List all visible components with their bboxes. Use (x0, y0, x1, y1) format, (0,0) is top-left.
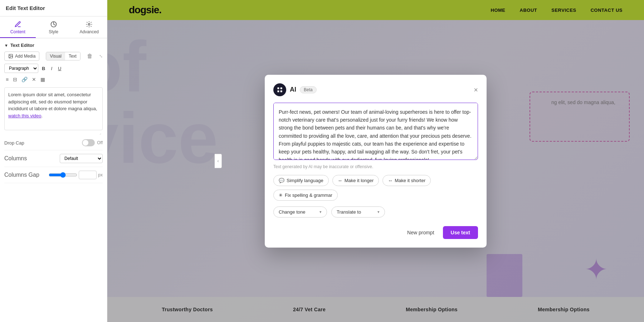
gap-input-group: px (49, 171, 103, 179)
tab-content[interactable]: Content (0, 16, 36, 38)
tab-advanced-label: Advanced (79, 29, 98, 34)
panel-tabs: Content Style Advanced (0, 16, 107, 38)
longer-label: Make it longer (345, 178, 374, 183)
translate-label: Translate to (337, 209, 361, 215)
translate-chevron-icon: ▾ (377, 210, 380, 214)
tab-content-label: Content (10, 29, 25, 34)
svg-point-3 (10, 55, 10, 56)
gap-unit: px (98, 172, 103, 177)
columns-label: Columns (4, 155, 27, 162)
underline-button[interactable]: U (56, 64, 63, 73)
editor-link[interactable]: watch this video (8, 113, 42, 118)
gap-slider[interactable] (49, 172, 77, 178)
columns-row: Columns Default (4, 150, 103, 167)
use-text-button[interactable]: Use text (443, 226, 478, 239)
columns-gap-row: Columns Gap px (4, 167, 103, 183)
gap-number-input[interactable] (79, 171, 97, 179)
view-toggle: Visual Text (46, 52, 80, 60)
tab-style[interactable]: Style (36, 16, 72, 38)
translate-dropdown[interactable]: Translate to ▾ (331, 206, 385, 218)
paragraph-select[interactable]: Paragraph (4, 64, 38, 73)
modal-overlay: AI Beta × Text generated by AI may be in… (107, 0, 644, 322)
modal-footer: New prompt Use text (273, 226, 478, 239)
close-button[interactable]: × (474, 86, 478, 93)
simplify-icon: 💬 (279, 178, 284, 183)
pen-icon (14, 21, 21, 28)
simplify-button[interactable]: 💬 Simplify language (273, 175, 329, 186)
main-area: dogsie. HOME ABOUT SERVICES CONTACT US o… (107, 0, 644, 322)
drop-cap-toggle[interactable]: Off (82, 139, 103, 146)
icon-row: ≡ ⊟ 🔗 ✕ ▦ (4, 75, 103, 84)
columns-select[interactable]: Default (60, 154, 103, 163)
columns-gap-label: Columns Gap (4, 172, 39, 178)
ai-icon (273, 83, 286, 96)
beta-badge: Beta (300, 86, 317, 93)
text-tab[interactable]: Text (65, 52, 80, 60)
tab-style-label: Style (49, 29, 58, 34)
modal-title-row: AI Beta (273, 83, 317, 96)
svg-rect-7 (280, 90, 282, 92)
ai-text-area[interactable] (273, 103, 478, 160)
table-button[interactable]: ▦ (39, 75, 47, 84)
editor-toolbar: Add Media Visual Text 🗑 ⤡ (4, 52, 103, 61)
change-tone-label: Change tone (279, 209, 305, 215)
tab-advanced[interactable]: Advanced (71, 16, 107, 38)
make-shorter-button[interactable]: ↔ Make it shorter (382, 175, 431, 186)
svg-rect-4 (277, 87, 279, 89)
drop-cap-toggle-label: Off (97, 140, 103, 145)
svg-point-1 (88, 24, 90, 25)
format-row: Paragraph B I U (4, 64, 103, 73)
svg-rect-5 (280, 87, 282, 89)
ai-action-buttons: 💬 Simplify language ↔ Make it longer ↔ M… (273, 175, 478, 201)
bold-button[interactable]: B (40, 64, 47, 73)
ai-dropdowns: Change tone ▾ Translate to ▾ (273, 206, 478, 218)
resize-handle-bottom: ⌟ (4, 130, 103, 136)
ul-button[interactable]: ≡ (4, 75, 10, 84)
ai-modal: AI Beta × Text generated by AI may be in… (265, 75, 487, 248)
ai-disclaimer: Text generated by AI may be inaccurate o… (273, 164, 478, 169)
gear-icon (86, 21, 93, 28)
fix-spelling-button[interactable]: ✳ Fix spelling & grammar (273, 190, 338, 201)
left-panel: Edit Text Editor Content Style Advanced … (0, 0, 107, 322)
shorter-label: Make it shorter (395, 178, 425, 183)
spelling-icon: ✳ (279, 192, 283, 198)
drop-cap-label: Drop Cap (4, 140, 24, 146)
change-tone-dropdown[interactable]: Change tone ▾ (273, 206, 327, 218)
style-icon (50, 21, 57, 28)
spelling-label: Fix spelling & grammar (285, 192, 332, 198)
ol-button[interactable]: ⊟ (11, 75, 19, 84)
shorter-icon: ↔ (388, 178, 392, 183)
unformat-button[interactable]: ✕ (30, 75, 38, 84)
collapse-panel-button[interactable]: ‹ (215, 154, 222, 168)
ai-title: AI (290, 86, 296, 93)
elementor-e-icon (276, 86, 283, 93)
visual-tab[interactable]: Visual (46, 52, 65, 60)
section-title: ▼ Text Editor (4, 43, 103, 48)
new-prompt-button[interactable]: New prompt (403, 227, 438, 238)
drop-cap-row: Drop Cap Off (4, 136, 103, 150)
svg-rect-6 (277, 90, 279, 92)
make-longer-button[interactable]: ↔ Make it longer (332, 175, 379, 186)
panel-body: ▼ Text Editor Add Media Visual Text 🗑 ⤡ … (0, 38, 107, 322)
add-media-icon (8, 54, 13, 59)
chevron-down-icon: ▾ (319, 210, 322, 214)
add-media-button[interactable]: Add Media (4, 52, 39, 61)
editor-content-area[interactable]: Lorem ipsum dolor sit amet, consectetur … (4, 87, 103, 130)
delete-button[interactable]: 🗑 (87, 53, 93, 59)
modal-header: AI Beta × (273, 83, 478, 96)
italic-button[interactable]: I (49, 64, 54, 73)
drop-cap-switch[interactable] (82, 139, 95, 146)
simplify-label: Simplify language (287, 178, 323, 183)
section-arrow: ▼ (4, 43, 8, 48)
panel-header: Edit Text Editor (0, 0, 107, 16)
link-button[interactable]: 🔗 (20, 75, 29, 84)
resize-handle: ⤡ (99, 54, 103, 59)
longer-icon: ↔ (338, 178, 342, 183)
